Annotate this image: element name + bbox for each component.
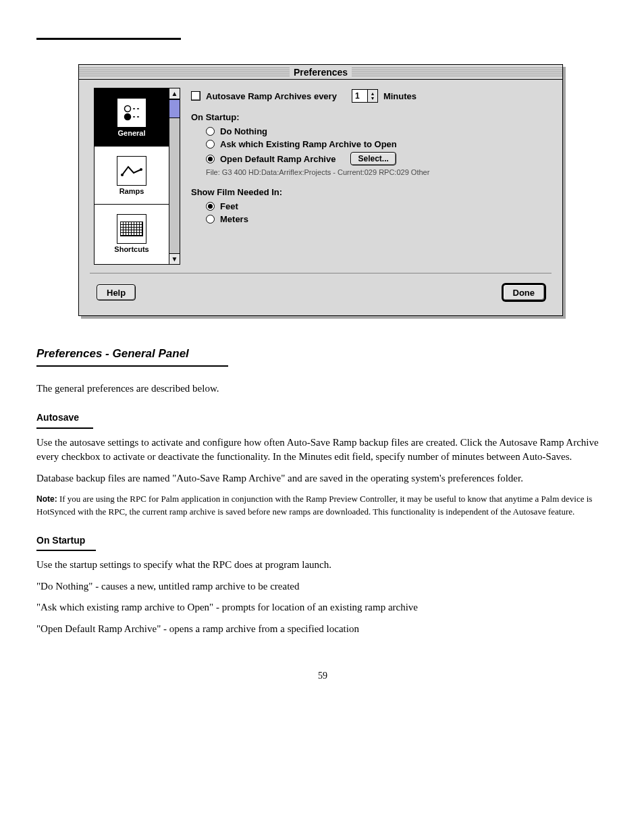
autosave-minutes-value[interactable]: 1 [352, 90, 367, 102]
svg-point-3 [125, 113, 131, 120]
on-startup-heading: On Startup: [191, 112, 547, 122]
sidebar-item-label: Ramps [119, 187, 144, 195]
radio-feet[interactable]: Feet [206, 201, 547, 211]
doc-autosave-note: Note: If you are using the RPC for Palm … [36, 493, 609, 519]
scroll-thumb[interactable] [169, 99, 180, 118]
doc-autosave-p1: Use the autosave settings to activate an… [36, 436, 609, 465]
radio-icon[interactable] [206, 127, 215, 136]
autosave-minutes-stepper[interactable]: 1 ▲▼ [352, 89, 378, 103]
sidebar-item-label: General [118, 129, 146, 137]
radio-do-nothing[interactable]: Do Nothing [206, 126, 547, 136]
help-button[interactable]: Help [97, 284, 136, 301]
scroll-down-arrow-icon[interactable]: ▼ [169, 253, 180, 264]
default-archive-path: File: G3 400 HD:Data:Arriflex:Projects -… [206, 168, 547, 176]
doc-startup-p1: Use the startup settings to specify what… [36, 558, 609, 573]
titlebar-stripes-right [352, 68, 562, 77]
doc-startup-b1: "Ask which existing ramp archive to Open… [36, 600, 609, 615]
done-button[interactable]: Done [503, 284, 545, 301]
scroll-track[interactable] [169, 118, 180, 253]
radio-icon[interactable] [206, 155, 215, 163]
doc-startup-b0: "Do Nothing" - causes a new, untitled ra… [36, 579, 609, 594]
sidebar-item-ramps[interactable]: Ramps [95, 147, 169, 205]
radio-label: Feet [220, 201, 238, 211]
keyboard-icon [117, 214, 146, 244]
doc-h3-onstartup: On Startup [36, 533, 609, 547]
radio-label: Open Default Ramp Archive [220, 154, 336, 164]
radio-label: Meters [220, 214, 248, 224]
h2-underline [36, 365, 228, 367]
doc-h3-autosave: Autosave [36, 411, 609, 424]
doc-intro: The general preferences are described be… [36, 382, 609, 396]
sidebar-item-label: Shortcuts [114, 245, 149, 253]
titlebar-stripes-left [79, 68, 290, 77]
note-label: Note: [36, 494, 57, 504]
h3-underline [36, 550, 96, 551]
doc-startup-b2: "Open Default Ramp Archive" - opens a ra… [36, 622, 609, 637]
radio-ask-existing[interactable]: Ask which Existing Ramp Archive to Open [206, 139, 547, 149]
select-archive-button[interactable]: Select... [350, 152, 396, 165]
radio-icon[interactable] [206, 202, 215, 211]
scroll-up-arrow-icon[interactable]: ▲ [169, 88, 180, 99]
doc-h2: Preferences - General Panel [36, 346, 609, 363]
autosave-checkbox[interactable] [191, 91, 200, 101]
ramps-icon [117, 156, 146, 186]
dialog-title: Preferences [290, 67, 352, 78]
doc-autosave-p2: Database backup files are named "Auto-Sa… [36, 471, 609, 486]
dialog-separator [90, 273, 552, 273]
radio-label: Ask which Existing Ramp Archive to Open [220, 139, 397, 149]
dialog-titlebar: Preferences [79, 65, 562, 80]
settings-pane: Autosave Ramp Archives every 1 ▲▼ Minute… [191, 88, 547, 265]
autosave-label: Autosave Ramp Archives every [206, 91, 337, 101]
svg-point-6 [121, 174, 124, 176]
svg-point-7 [140, 168, 142, 171]
sidebar-scrollbar[interactable]: ▲ ▼ [169, 88, 180, 264]
stepper-arrows-icon[interactable]: ▲▼ [367, 90, 377, 102]
page-number: 59 [36, 671, 609, 681]
section-title-rule [36, 38, 181, 40]
film-units-heading: Show Film Needed In: [191, 187, 547, 197]
radio-meters[interactable]: Meters [206, 214, 547, 224]
autosave-unit-label: Minutes [383, 91, 417, 101]
radio-label: Do Nothing [220, 126, 267, 136]
note-text: If you are using the RPC for Palm applic… [36, 494, 592, 517]
general-icon [117, 98, 146, 128]
radio-icon[interactable] [206, 215, 215, 224]
preferences-dialog: Preferences [78, 64, 563, 316]
document-body: Preferences - General Panel The general … [36, 346, 609, 637]
radio-open-default[interactable]: Open Default Ramp Archive Select... [206, 152, 547, 165]
radio-icon[interactable] [206, 140, 215, 149]
svg-point-0 [125, 105, 131, 111]
category-list: General Ramps [94, 88, 180, 265]
sidebar-item-shortcuts[interactable]: Shortcuts [95, 205, 169, 263]
sidebar-item-general[interactable]: General [95, 88, 169, 147]
h3-underline [36, 427, 93, 429]
